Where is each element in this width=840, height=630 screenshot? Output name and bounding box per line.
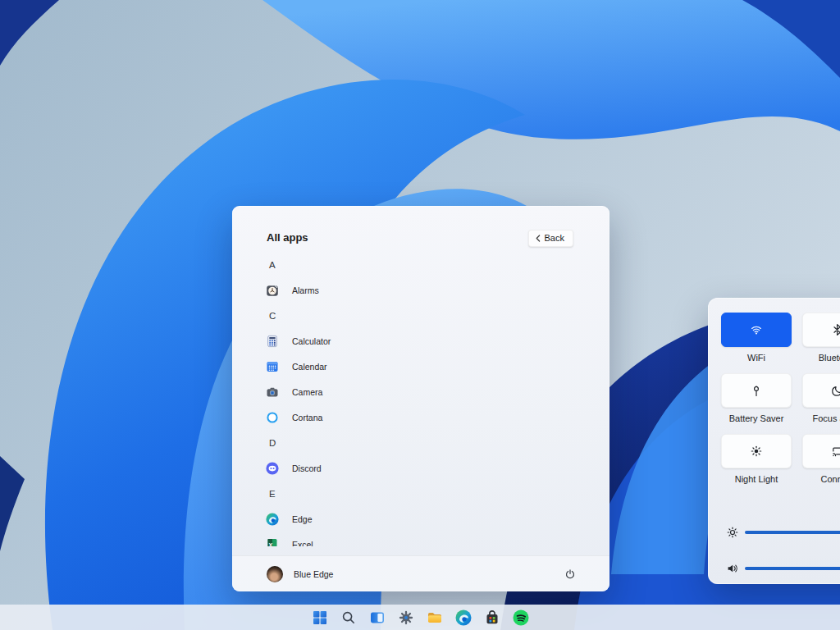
- connect-icon: [831, 445, 840, 458]
- taskbar-file-explorer-button[interactable]: [425, 608, 445, 628]
- folder-icon: [427, 609, 443, 626]
- night-light-tile-cell: Night Light: [721, 434, 792, 484]
- app-label: Discord: [292, 463, 322, 473]
- windows-start-icon: [312, 609, 328, 626]
- volume-icon: [726, 562, 739, 575]
- excel-icon: X: [266, 538, 279, 547]
- app-row-excel[interactable]: X Excel: [232, 532, 609, 546]
- quick-settings-tiles: WiFi Bluetooth Battery Saver: [721, 313, 840, 495]
- taskbar-search-button[interactable]: [339, 608, 358, 628]
- taskbar-start-button[interactable]: [310, 608, 330, 628]
- focus-assist-tile[interactable]: [802, 373, 840, 408]
- section-letter-label: E: [269, 489, 276, 499]
- brightness-row: [708, 525, 840, 540]
- taskbar-settings-button[interactable]: [396, 608, 416, 628]
- task-view-icon: [369, 609, 386, 626]
- back-button[interactable]: Back: [528, 230, 573, 247]
- battery-saver-icon: [750, 384, 763, 397]
- desktop: All apps Back A Alarms C Calcula: [0, 0, 840, 630]
- camera-icon: [266, 386, 279, 399]
- search-icon: [340, 609, 357, 626]
- calculator-icon: [266, 335, 279, 348]
- app-label: Camera: [292, 387, 322, 397]
- taskbar-store-button[interactable]: [482, 608, 502, 628]
- app-row-edge[interactable]: Edge: [232, 506, 609, 532]
- section-letter-a[interactable]: A: [232, 252, 609, 277]
- battery-saver-tile-label: Battery Saver: [721, 413, 792, 423]
- taskbar: [0, 605, 840, 630]
- wifi-tile[interactable]: [721, 313, 792, 347]
- app-row-discord[interactable]: Discord: [232, 455, 609, 481]
- discord-icon: [266, 462, 279, 475]
- bluetooth-icon: [831, 323, 840, 336]
- night-light-tile-label: Night Light: [721, 474, 792, 484]
- wifi-icon: [750, 323, 763, 336]
- user-name: Blue Edge: [294, 569, 333, 579]
- connect-tile-label: Connect: [802, 474, 840, 484]
- svg-text:X: X: [268, 541, 272, 546]
- section-letter-label: A: [269, 260, 276, 270]
- alarms-icon: [266, 284, 279, 297]
- section-letter-label: D: [269, 438, 276, 448]
- connect-tile-cell: Connect: [802, 434, 840, 484]
- edge-icon: [455, 609, 472, 626]
- section-letter-c[interactable]: C: [232, 303, 609, 328]
- brightness-slider[interactable]: [745, 531, 840, 534]
- chevron-left-icon: [536, 235, 541, 242]
- bluetooth-tile-label: Bluetooth: [802, 353, 840, 363]
- all-apps-list: A Alarms C Calculator Cal: [232, 252, 609, 546]
- app-row-alarms[interactable]: Alarms: [232, 277, 609, 303]
- edge-icon: [266, 513, 279, 526]
- wifi-tile-label: WiFi: [721, 353, 792, 363]
- taskbar-task-view-button[interactable]: [368, 608, 387, 628]
- app-row-calendar[interactable]: Calendar: [232, 354, 609, 379]
- app-label: Alarms: [292, 285, 319, 295]
- app-label: Calculator: [292, 336, 331, 346]
- user-avatar[interactable]: [267, 566, 283, 582]
- quick-settings-panel: WiFi Bluetooth Battery Saver: [708, 298, 840, 584]
- calendar-icon: [266, 360, 279, 373]
- volume-row: [708, 561, 840, 576]
- focus-assist-tile-label: Focus assist: [802, 413, 840, 423]
- settings-gear-icon: [398, 609, 414, 626]
- night-light-tile[interactable]: [721, 434, 792, 468]
- microsoft-store-icon: [484, 609, 500, 626]
- battery-saver-tile[interactable]: [721, 373, 792, 408]
- connect-tile[interactable]: [802, 434, 840, 468]
- power-button[interactable]: [560, 564, 580, 584]
- app-row-cortana[interactable]: Cortana: [232, 404, 609, 430]
- volume-slider[interactable]: [745, 567, 840, 570]
- app-label: Excel: [292, 540, 313, 547]
- taskbar-edge-button[interactable]: [454, 608, 473, 628]
- battery-saver-tile-cell: Battery Saver: [721, 373, 792, 423]
- app-label: Calendar: [292, 362, 327, 372]
- section-letter-label: C: [269, 311, 276, 321]
- power-icon: [564, 568, 576, 580]
- app-label: Edge: [292, 514, 313, 524]
- focus-assist-icon: [831, 384, 840, 397]
- wifi-tile-cell: WiFi: [721, 313, 792, 363]
- start-user-bar: Blue Edge: [232, 555, 609, 591]
- section-letter-d[interactable]: D: [232, 430, 609, 455]
- cortana-icon: [266, 411, 279, 424]
- bluetooth-tile[interactable]: [802, 313, 840, 347]
- app-row-calculator[interactable]: Calculator: [232, 328, 609, 354]
- night-light-icon: [750, 445, 763, 458]
- start-menu-panel: All apps Back A Alarms C Calcula: [232, 206, 609, 591]
- app-label: Cortana: [292, 413, 322, 422]
- all-apps-title: All apps: [267, 231, 308, 244]
- taskbar-spotify-button[interactable]: [511, 608, 531, 628]
- spotify-icon: [513, 609, 529, 626]
- back-button-label: Back: [545, 233, 564, 243]
- app-row-camera[interactable]: Camera: [232, 379, 609, 404]
- section-letter-e[interactable]: E: [232, 481, 609, 506]
- brightness-icon: [726, 526, 739, 539]
- bluetooth-tile-cell: Bluetooth: [802, 313, 840, 363]
- focus-assist-tile-cell: Focus assist: [802, 373, 840, 423]
